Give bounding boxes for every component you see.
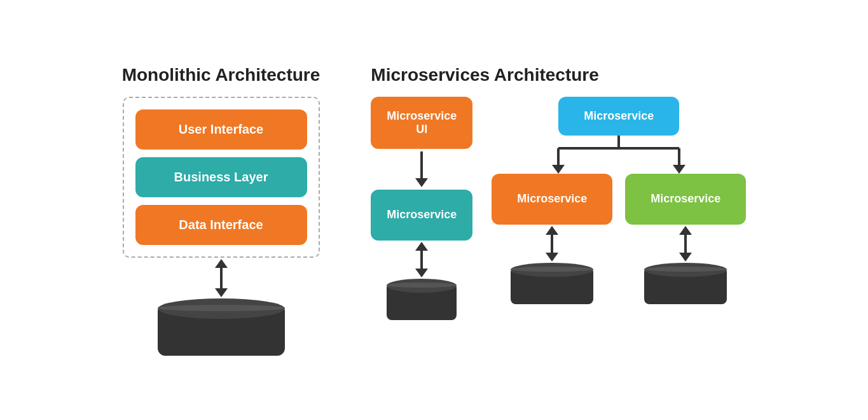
micro-right-bottom-row: Microservice (492, 174, 746, 304)
monolithic-section: Monolithic Architecture User Interface B… (122, 65, 320, 356)
mono-arrow (215, 259, 228, 297)
arrow-line (420, 151, 423, 178)
micro-right-cluster: Microservice (492, 97, 746, 304)
db-shine (511, 267, 593, 272)
microservice-teal-block: Microservice (371, 190, 472, 241)
arrow-line (684, 235, 687, 253)
microservice-green-block: Microservice (625, 174, 746, 225)
micro-right-top-row: Microservice (492, 97, 746, 136)
monolithic-database (158, 298, 285, 356)
microservice-blue-block: Microservice (558, 97, 679, 136)
db-shine (644, 267, 727, 272)
arrow-up (679, 226, 692, 235)
micro-left-db-arrow (415, 242, 428, 277)
monolithic-title: Monolithic Architecture (122, 65, 320, 85)
svg-marker-3 (552, 165, 565, 174)
branch-arrows-svg (495, 136, 743, 174)
micro-left-arrow-down (415, 151, 428, 187)
arrow-up (415, 242, 428, 251)
arrow-up (546, 226, 558, 235)
micro-green-col: Microservice (625, 174, 746, 304)
microservices-section: Microservices Architecture Microservice … (371, 65, 746, 320)
micro-orange-db-arrow (546, 226, 558, 262)
arrow-line (220, 268, 223, 288)
microservices-content: Microservice UI Microservice (371, 97, 746, 320)
data-interface-block: Data Interface (135, 205, 307, 245)
db-shine (387, 283, 457, 288)
microservice-orange-block: Microservice (492, 174, 612, 225)
db-shine (158, 305, 285, 311)
user-interface-block: User Interface (135, 109, 307, 150)
monolithic-box: User Interface Business Layer Data Inter… (123, 97, 320, 258)
arrow-head (415, 178, 428, 187)
svg-marker-6 (673, 165, 685, 174)
diagram-container: Monolithic Architecture User Interface B… (0, 46, 868, 375)
arrow-down (679, 253, 692, 262)
micro-orange-col: Microservice (492, 174, 612, 304)
arrow-down (546, 253, 558, 262)
micro-left-col: Microservice UI Microservice (371, 97, 472, 320)
arrow-down-head (215, 288, 228, 297)
business-layer-block: Business Layer (135, 157, 307, 197)
microservices-title: Microservices Architecture (371, 65, 598, 85)
arrow-down (415, 269, 428, 277)
micro-orange-database (511, 263, 593, 304)
microservice-ui-block: Microservice UI (371, 97, 472, 149)
arrow-line (551, 235, 553, 253)
micro-left-database (387, 279, 457, 320)
arrow-up-head (215, 259, 228, 268)
micro-green-database (644, 263, 727, 304)
arrow-line (420, 251, 423, 269)
micro-green-db-arrow (679, 226, 692, 262)
